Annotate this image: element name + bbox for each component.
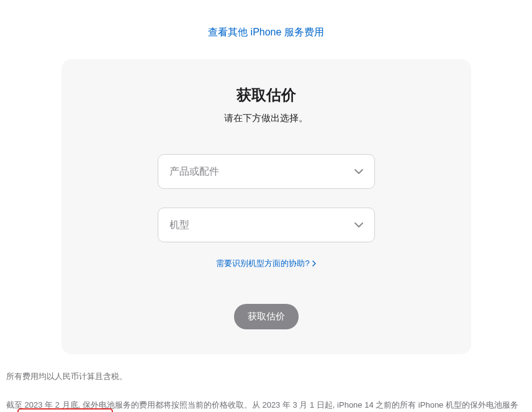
model-select-placeholder: 机型 <box>169 219 189 232</box>
currency-note: 所有费用均以人民币计算且含税。 <box>6 370 521 383</box>
model-select[interactable]: 机型 <box>158 208 375 242</box>
card-subtitle: 请在下方做出选择。 <box>86 112 446 124</box>
footer-notes: 所有费用均以人民币计算且含税。 截至 2023 年 2 月底, 保外电池服务的费… <box>6 370 521 412</box>
product-select[interactable]: 产品或配件 <box>158 154 375 189</box>
chevron-down-icon <box>354 169 363 174</box>
product-select-placeholder: 产品或配件 <box>169 165 219 178</box>
card-title: 获取估价 <box>86 85 446 105</box>
help-link-container: 需要识别机型方面的协助? <box>86 257 446 269</box>
estimate-card: 获取估价 请在下方做出选择。 产品或配件 机型 需要识别机型方面的协助? 获取估… <box>61 59 471 354</box>
get-estimate-button[interactable]: 获取估价 <box>234 304 299 329</box>
top-link-container: 查看其他 iPhone 服务费用 <box>0 26 532 39</box>
model-select-wrapper: 机型 <box>158 208 375 242</box>
other-services-link[interactable]: 查看其他 iPhone 服务费用 <box>208 27 324 37</box>
chevron-right-icon <box>312 260 316 267</box>
identify-model-help-link[interactable]: 需要识别机型方面的协助? <box>216 258 315 269</box>
help-link-label: 需要识别机型方面的协助? <box>216 258 309 269</box>
price-change-text: 截至 2023 年 2 月底, 保外电池服务的费用都将按照当前的价格收取。从 2… <box>6 400 518 413</box>
product-select-wrapper: 产品或配件 <box>158 154 375 189</box>
chevron-down-icon <box>354 222 363 227</box>
price-change-note: 截至 2023 年 2 月底, 保外电池服务的费用都将按照当前的价格收取。从 2… <box>6 398 521 413</box>
